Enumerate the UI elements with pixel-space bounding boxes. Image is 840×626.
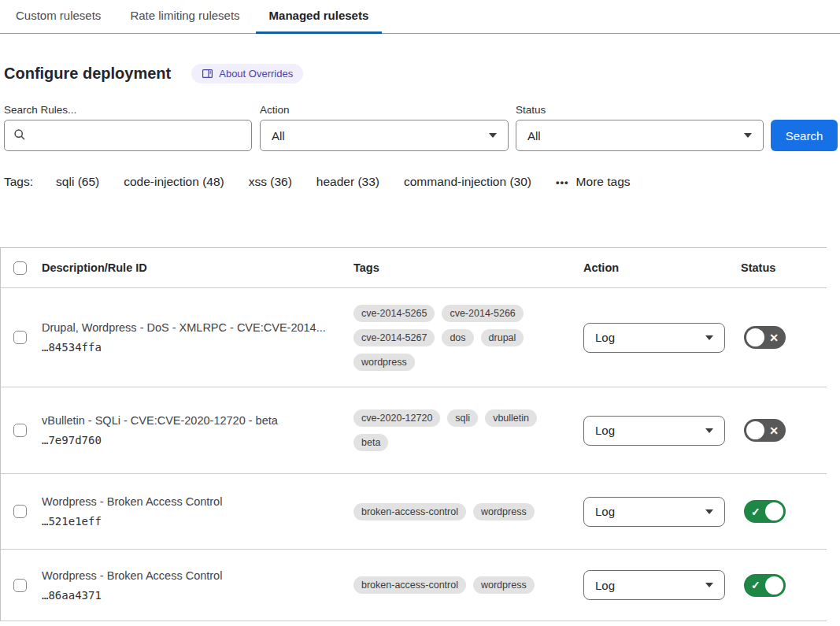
rule-tag[interactable]: broken-access-control bbox=[353, 576, 466, 594]
rule-tag[interactable]: dos bbox=[442, 329, 473, 346]
row-checkbox[interactable] bbox=[13, 579, 27, 592]
rules-table: Description/Rule ID Tags Action Status D… bbox=[0, 247, 827, 621]
search-input[interactable] bbox=[4, 120, 252, 151]
tag-link-header[interactable]: header (33) bbox=[316, 175, 379, 189]
more-tags-button[interactable]: ••• More tags bbox=[556, 175, 631, 189]
toggle-knob bbox=[746, 421, 764, 439]
rule-description: Wordpress - Broken Access Control bbox=[42, 495, 353, 508]
table-row: Wordpress - Broken Access Control …86aa4… bbox=[1, 550, 827, 621]
ellipsis-icon: ••• bbox=[556, 176, 569, 188]
tag-link-command-injection[interactable]: command-injection (30) bbox=[404, 175, 531, 189]
tags-bar: Tags: sqli (65) code-injection (48) xss … bbox=[4, 175, 840, 189]
table-row: Drupal, Wordpress - DoS - XMLRPC - CVE:C… bbox=[1, 288, 827, 387]
col-tags: Tags bbox=[353, 261, 583, 274]
toggle-knob bbox=[765, 576, 783, 595]
rule-action-select[interactable]: Log bbox=[583, 323, 725, 353]
x-icon: ✕ bbox=[769, 424, 779, 435]
filters-row: Search Rules... Action All Status All Se… bbox=[4, 104, 840, 151]
check-icon: ✓ bbox=[751, 506, 760, 517]
check-icon: ✓ bbox=[751, 580, 760, 591]
toggle-knob bbox=[746, 328, 764, 346]
x-icon: ✕ bbox=[769, 332, 779, 343]
rule-action-value: Log bbox=[595, 579, 615, 592]
select-all-checkbox[interactable] bbox=[13, 261, 27, 275]
tab-managed-rulesets[interactable]: Managed rulesets bbox=[256, 0, 383, 34]
row-checkbox[interactable] bbox=[13, 424, 27, 437]
heading-row: Configure deployment About Overrides bbox=[4, 64, 840, 83]
col-description: Description/Rule ID bbox=[42, 261, 353, 274]
rule-action-value: Log bbox=[595, 331, 615, 344]
rule-tag[interactable]: beta bbox=[353, 434, 388, 451]
search-button[interactable]: Search bbox=[771, 120, 838, 151]
table-row: Wordpress - Broken Access Control …521e1… bbox=[1, 474, 827, 550]
status-select-value: All bbox=[527, 129, 541, 143]
action-select-value: All bbox=[272, 129, 285, 143]
tag-link-sqli[interactable]: sqli (65) bbox=[56, 175, 99, 189]
col-status: Status bbox=[741, 261, 827, 274]
status-select[interactable]: All bbox=[516, 120, 764, 151]
action-label: Action bbox=[260, 104, 509, 116]
rule-tag[interactable]: wordpress bbox=[473, 576, 535, 594]
col-action: Action bbox=[583, 261, 741, 274]
rule-status-toggle[interactable]: ✓ bbox=[744, 500, 786, 523]
rule-id: …86aa4371 bbox=[42, 589, 353, 602]
chevron-down-icon bbox=[705, 428, 713, 433]
table-row: vBulletin - SQLi - CVE:CVE-2020-12720 - … bbox=[1, 387, 827, 474]
toggle-knob bbox=[765, 502, 783, 520]
tab-rate-limiting-rulesets[interactable]: Rate limiting rulesets bbox=[117, 0, 253, 34]
rule-tag[interactable]: cve-2014-5266 bbox=[442, 305, 523, 322]
action-select[interactable]: All bbox=[260, 120, 509, 151]
tag-link-code-injection[interactable]: code-injection (48) bbox=[124, 175, 224, 189]
page-title: Configure deployment bbox=[4, 65, 171, 83]
rule-action-select[interactable]: Log bbox=[583, 497, 725, 527]
rule-id: …84534ffa bbox=[42, 341, 353, 354]
rule-id: …7e97d760 bbox=[42, 434, 353, 446]
search-field: Search Rules... bbox=[4, 104, 252, 151]
rule-tag[interactable]: broken-access-control bbox=[353, 503, 466, 520]
status-label: Status bbox=[516, 104, 764, 116]
rule-action-value: Log bbox=[595, 424, 615, 437]
rule-tag[interactable]: cve-2020-12720 bbox=[353, 409, 440, 427]
chevron-down-icon bbox=[705, 335, 713, 340]
rule-status-toggle[interactable]: ✓ bbox=[744, 574, 786, 597]
rule-action-select[interactable]: Log bbox=[583, 416, 725, 446]
rule-id: …521e1eff bbox=[42, 515, 353, 528]
chevron-down-icon bbox=[705, 509, 713, 514]
about-overrides-label: About Overrides bbox=[219, 68, 293, 80]
tags-bar-label: Tags: bbox=[4, 175, 33, 189]
chevron-down-icon bbox=[705, 583, 713, 587]
rule-tag[interactable]: wordpress bbox=[473, 503, 535, 520]
search-icon bbox=[13, 128, 26, 144]
tab-bar: Custom rulesets Rate limiting rulesets M… bbox=[0, 0, 840, 34]
rule-tag[interactable]: cve-2014-5265 bbox=[353, 305, 435, 322]
rule-status-toggle[interactable]: ✕ bbox=[744, 419, 786, 442]
chevron-down-icon bbox=[744, 133, 752, 138]
rule-description: Wordpress - Broken Access Control bbox=[42, 569, 353, 582]
action-field: Action All bbox=[260, 104, 509, 151]
rule-tag[interactable]: cve-2014-5267 bbox=[353, 329, 435, 346]
rule-description: Drupal, Wordpress - DoS - XMLRPC - CVE:C… bbox=[42, 321, 353, 334]
rule-description: vBulletin - SQLi - CVE:CVE-2020-12720 - … bbox=[42, 414, 353, 427]
rule-tag[interactable]: wordpress bbox=[353, 354, 415, 371]
about-overrides-link[interactable]: About Overrides bbox=[191, 64, 303, 83]
rule-tag[interactable]: vbulletin bbox=[485, 409, 537, 427]
chevron-down-icon bbox=[489, 133, 497, 138]
more-tags-label: More tags bbox=[576, 175, 631, 189]
rule-action-value: Log bbox=[595, 505, 615, 518]
rule-tag[interactable]: sqli bbox=[447, 409, 478, 427]
table-header-row: Description/Rule ID Tags Action Status bbox=[1, 248, 827, 288]
row-checkbox[interactable] bbox=[13, 331, 27, 344]
tab-custom-rulesets[interactable]: Custom rulesets bbox=[2, 0, 114, 34]
search-label: Search Rules... bbox=[4, 104, 252, 116]
rule-action-select[interactable]: Log bbox=[583, 570, 725, 600]
row-checkbox[interactable] bbox=[13, 505, 27, 518]
book-icon bbox=[202, 68, 213, 80]
rule-status-toggle[interactable]: ✕ bbox=[744, 326, 786, 349]
status-field: Status All bbox=[516, 104, 764, 151]
tag-link-xss[interactable]: xss (36) bbox=[249, 175, 292, 189]
rule-tag[interactable]: drupal bbox=[481, 329, 524, 346]
